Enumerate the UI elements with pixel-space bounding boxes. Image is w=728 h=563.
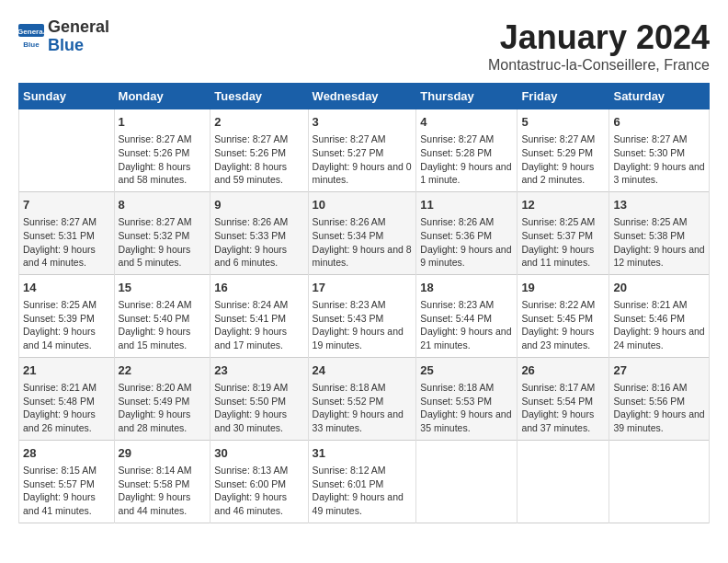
- day-number: 29: [119, 445, 207, 462]
- sunset-text: Sunset: 5:45 PM: [521, 313, 593, 324]
- cell-content: Sunrise: 8:19 AM Sunset: 5:50 PM Dayligh…: [214, 381, 303, 435]
- calendar-cell: 20 Sunrise: 8:21 AM Sunset: 5:46 PM Dayl…: [609, 274, 710, 357]
- calendar-cell: 23 Sunrise: 8:19 AM Sunset: 5:50 PM Dayl…: [210, 357, 308, 440]
- day-number: 26: [521, 362, 605, 379]
- calendar-cell: 21 Sunrise: 8:21 AM Sunset: 5:48 PM Dayl…: [19, 357, 115, 440]
- day-number: 3: [313, 114, 413, 131]
- sunset-text: Sunset: 5:26 PM: [214, 147, 286, 158]
- cell-content: Sunrise: 8:24 AM Sunset: 5:41 PM Dayligh…: [214, 298, 303, 352]
- sunrise-text: Sunrise: 8:17 AM: [521, 382, 595, 393]
- location-title: Montastruc-la-Conseillere, France: [488, 57, 710, 74]
- day-number: 15: [119, 280, 207, 296]
- day-number: 27: [613, 362, 705, 379]
- day-number: 13: [613, 197, 705, 213]
- sunrise-text: Sunrise: 8:27 AM: [119, 216, 192, 227]
- week-row-4: 21 Sunrise: 8:21 AM Sunset: 5:48 PM Dayl…: [19, 357, 710, 440]
- sunrise-text: Sunrise: 8:12 AM: [313, 465, 386, 476]
- calendar-cell: 7 Sunrise: 8:27 AM Sunset: 5:31 PM Dayli…: [19, 191, 115, 274]
- daylight-text: Daylight: 9 hours and 39 minutes.: [613, 408, 704, 433]
- day-number: 28: [23, 445, 110, 462]
- sunrise-text: Sunrise: 8:27 AM: [23, 216, 97, 227]
- sunset-text: Sunset: 5:33 PM: [214, 230, 286, 241]
- daylight-text: Daylight: 9 hours and 14 minutes.: [23, 326, 96, 350]
- sunset-text: Sunset: 5:32 PM: [119, 230, 190, 241]
- cell-content: Sunrise: 8:21 AM Sunset: 5:48 PM Dayligh…: [23, 381, 110, 435]
- cell-content: Sunrise: 8:18 AM Sunset: 5:53 PM Dayligh…: [420, 381, 513, 435]
- sunset-text: Sunset: 5:26 PM: [119, 147, 190, 158]
- month-title: January 2024: [488, 18, 710, 57]
- calendar-cell: 13 Sunrise: 8:25 AM Sunset: 5:38 PM Dayl…: [609, 191, 710, 274]
- sunrise-text: Sunrise: 8:26 AM: [214, 216, 288, 227]
- calendar-cell: 31 Sunrise: 8:12 AM Sunset: 6:01 PM Dayl…: [308, 440, 416, 523]
- calendar-cell: 18 Sunrise: 8:23 AM Sunset: 5:44 PM Dayl…: [416, 274, 518, 357]
- cell-content: Sunrise: 8:27 AM Sunset: 5:28 PM Dayligh…: [420, 132, 513, 187]
- calendar-cell: 28 Sunrise: 8:15 AM Sunset: 5:57 PM Dayl…: [19, 440, 115, 523]
- week-row-2: 7 Sunrise: 8:27 AM Sunset: 5:31 PM Dayli…: [19, 191, 710, 274]
- sunset-text: Sunset: 6:00 PM: [214, 478, 286, 489]
- cell-content: Sunrise: 8:24 AM Sunset: 5:40 PM Dayligh…: [119, 298, 207, 352]
- sunrise-text: Sunrise: 8:19 AM: [214, 382, 288, 393]
- sunset-text: Sunset: 5:37 PM: [521, 230, 593, 241]
- day-number: 2: [214, 114, 303, 131]
- calendar-header: Sunday Monday Tuesday Wednesday Thursday…: [19, 84, 710, 109]
- calendar-cell: 24 Sunrise: 8:18 AM Sunset: 5:52 PM Dayl…: [308, 357, 416, 440]
- cell-content: Sunrise: 8:25 AM Sunset: 5:37 PM Dayligh…: [521, 215, 605, 270]
- daylight-text: Daylight: 9 hours and 1 minute.: [420, 161, 511, 186]
- day-number: 16: [214, 280, 303, 296]
- sunrise-text: Sunrise: 8:24 AM: [119, 299, 192, 310]
- sunset-text: Sunset: 5:30 PM: [613, 147, 685, 158]
- calendar-cell: 27 Sunrise: 8:16 AM Sunset: 5:56 PM Dayl…: [609, 357, 710, 440]
- daylight-text: Daylight: 9 hours and 49 minutes.: [313, 491, 404, 516]
- daylight-text: Daylight: 9 hours and 0 minutes.: [313, 161, 412, 186]
- cell-content: Sunrise: 8:27 AM Sunset: 5:29 PM Dayligh…: [521, 132, 605, 187]
- sunset-text: Sunset: 5:28 PM: [420, 147, 492, 158]
- cell-content: Sunrise: 8:25 AM Sunset: 5:38 PM Dayligh…: [613, 215, 705, 270]
- cell-content: Sunrise: 8:23 AM Sunset: 5:43 PM Dayligh…: [313, 298, 413, 352]
- calendar-cell: 19 Sunrise: 8:22 AM Sunset: 5:45 PM Dayl…: [518, 274, 609, 357]
- daylight-text: Daylight: 8 hours and 58 minutes.: [119, 161, 191, 186]
- cell-content: Sunrise: 8:23 AM Sunset: 5:44 PM Dayligh…: [420, 298, 513, 352]
- day-number: 19: [521, 280, 605, 296]
- daylight-text: Daylight: 9 hours and 44 minutes.: [119, 491, 191, 516]
- sunset-text: Sunset: 5:52 PM: [313, 396, 384, 407]
- day-number: 5: [521, 114, 605, 131]
- calendar-cell: 17 Sunrise: 8:23 AM Sunset: 5:43 PM Dayl…: [308, 274, 416, 357]
- calendar-cell: 10 Sunrise: 8:26 AM Sunset: 5:34 PM Dayl…: [308, 191, 416, 274]
- daylight-text: Daylight: 9 hours and 4 minutes.: [23, 244, 96, 269]
- daylight-text: Daylight: 9 hours and 33 minutes.: [313, 408, 404, 433]
- svg-text:General: General: [18, 28, 44, 36]
- sunset-text: Sunset: 5:48 PM: [23, 396, 95, 407]
- daylight-text: Daylight: 9 hours and 30 minutes.: [214, 408, 287, 433]
- cell-content: Sunrise: 8:12 AM Sunset: 6:01 PM Dayligh…: [313, 464, 413, 518]
- calendar-cell: 22 Sunrise: 8:20 AM Sunset: 5:49 PM Dayl…: [114, 357, 210, 440]
- col-monday: Monday: [114, 84, 210, 109]
- daylight-text: Daylight: 9 hours and 37 minutes.: [521, 408, 594, 433]
- logo-general-text: General: [48, 17, 109, 36]
- sunrise-text: Sunrise: 8:22 AM: [521, 299, 595, 310]
- cell-content: Sunrise: 8:26 AM Sunset: 5:34 PM Dayligh…: [313, 215, 413, 270]
- sunset-text: Sunset: 5:39 PM: [23, 313, 95, 324]
- day-number: 17: [313, 280, 413, 296]
- sunset-text: Sunset: 5:54 PM: [521, 396, 593, 407]
- cell-content: Sunrise: 8:27 AM Sunset: 5:27 PM Dayligh…: [313, 132, 413, 187]
- calendar-cell: 8 Sunrise: 8:27 AM Sunset: 5:32 PM Dayli…: [114, 191, 210, 274]
- sunset-text: Sunset: 5:53 PM: [420, 396, 492, 407]
- daylight-text: Daylight: 9 hours and 17 minutes.: [214, 326, 287, 350]
- sunset-text: Sunset: 5:56 PM: [613, 396, 685, 407]
- daylight-text: Daylight: 9 hours and 6 minutes.: [214, 244, 287, 269]
- calendar-cell: 16 Sunrise: 8:24 AM Sunset: 5:41 PM Dayl…: [210, 274, 308, 357]
- sunrise-text: Sunrise: 8:27 AM: [521, 133, 595, 144]
- sunrise-text: Sunrise: 8:26 AM: [313, 216, 386, 227]
- daylight-text: Daylight: 9 hours and 3 minutes.: [613, 161, 704, 186]
- sunrise-text: Sunrise: 8:27 AM: [613, 133, 687, 144]
- sunset-text: Sunset: 5:34 PM: [313, 230, 384, 241]
- sunrise-text: Sunrise: 8:25 AM: [613, 216, 687, 227]
- calendar-cell: 3 Sunrise: 8:27 AM Sunset: 5:27 PM Dayli…: [308, 109, 416, 192]
- calendar-cell: 30 Sunrise: 8:13 AM Sunset: 6:00 PM Dayl…: [210, 440, 308, 523]
- cell-content: Sunrise: 8:15 AM Sunset: 5:57 PM Dayligh…: [23, 464, 110, 518]
- sunrise-text: Sunrise: 8:25 AM: [23, 299, 97, 310]
- calendar-cell: 4 Sunrise: 8:27 AM Sunset: 5:28 PM Dayli…: [416, 109, 518, 192]
- col-wednesday: Wednesday: [308, 84, 416, 109]
- calendar-cell: [19, 109, 115, 192]
- daylight-text: Daylight: 9 hours and 41 minutes.: [23, 491, 96, 516]
